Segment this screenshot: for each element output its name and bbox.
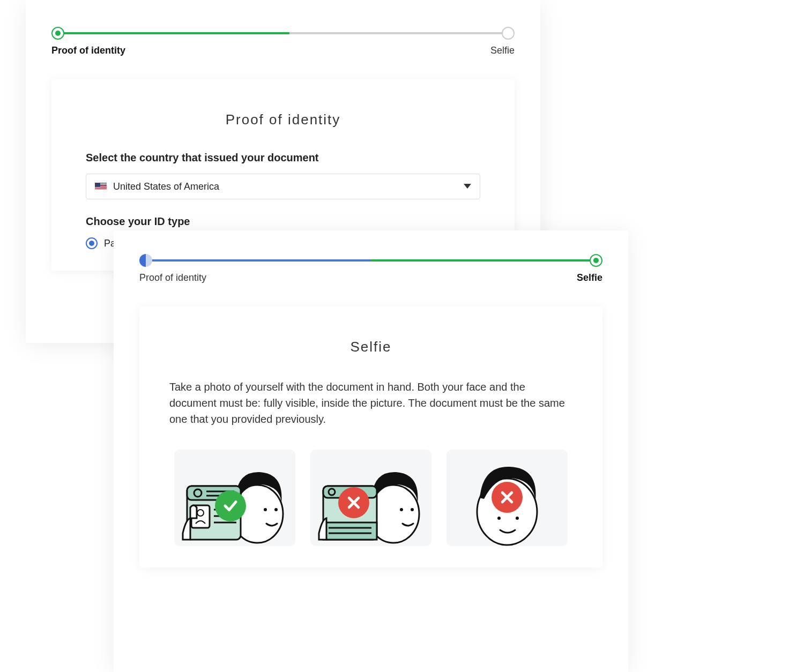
example-bad-nodoc xyxy=(446,450,568,546)
svg-point-15 xyxy=(411,508,414,511)
stepper-proof: Proof of identity Selfie xyxy=(51,26,515,63)
stepper-fill xyxy=(58,32,289,34)
svg-point-23 xyxy=(497,517,501,520)
selfie-examples-row xyxy=(169,450,572,546)
step-dot-identity[interactable] xyxy=(51,27,64,40)
step-label-selfie2: Selfie xyxy=(577,272,602,283)
svg-point-2 xyxy=(274,508,278,511)
svg-rect-19 xyxy=(323,522,377,540)
step-dot-selfie-active[interactable] xyxy=(590,254,602,267)
x-badge-icon xyxy=(492,482,523,513)
step-dot-selfie[interactable] xyxy=(502,27,515,40)
country-select[interactable]: United States of America xyxy=(86,174,480,199)
step-dot-identity-done[interactable] xyxy=(139,254,152,267)
stepper-selfie: Proof of identity Selfie xyxy=(139,253,602,290)
chevron-down-icon xyxy=(464,184,471,189)
stepper-fill-green xyxy=(371,259,602,262)
selfie-card: Selfie Take a photo of yourself with the… xyxy=(139,307,602,568)
country-field-label: Select the country that issued your docu… xyxy=(86,152,480,164)
id-type-label: Choose your ID type xyxy=(86,215,480,228)
svg-point-14 xyxy=(400,508,403,511)
svg-point-1 xyxy=(264,508,267,511)
example-good xyxy=(174,450,295,546)
selfie-panel: Proof of identity Selfie Selfie Take a p… xyxy=(114,230,628,672)
selfie-card-title: Selfie xyxy=(169,339,572,355)
stepper-fill-blue xyxy=(146,259,377,262)
example-bad-doc xyxy=(310,450,431,546)
step-label-selfie: Selfie xyxy=(490,45,515,56)
country-select-value: United States of America xyxy=(113,181,219,192)
selfie-instruction: Take a photo of yourself with the docume… xyxy=(169,379,572,427)
svg-point-24 xyxy=(516,517,519,520)
step-label-identity2: Proof of identity xyxy=(139,272,206,283)
step-label-identity: Proof of identity xyxy=(51,45,125,56)
x-badge-icon xyxy=(338,487,369,518)
check-badge-icon xyxy=(215,490,246,521)
selfie-bad-doc-icon xyxy=(310,450,431,546)
us-flag-icon xyxy=(95,183,107,190)
card-title: Proof of identity xyxy=(86,111,480,128)
radio-icon xyxy=(86,237,98,249)
